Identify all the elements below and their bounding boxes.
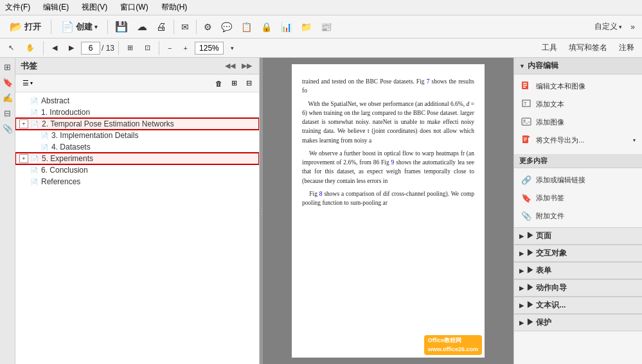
menu-view[interactable]: 视图(V) (79, 2, 110, 13)
pdf-area[interactable]: trained and tested on the BBC Pose datas… (263, 58, 513, 364)
watermark-line2: www.office26.com (428, 345, 478, 354)
add-image-label: 添加图像 (536, 117, 564, 127)
bm-references-label: References (41, 177, 80, 186)
menu-window[interactable]: 窗口(W) (118, 2, 150, 13)
content-editor-header[interactable]: ▼ 内容编辑 (514, 58, 642, 74)
cursor-tool-button[interactable]: ↖ (4, 40, 19, 56)
section-page-header[interactable]: ▶ ▶ 页面 (514, 227, 642, 245)
more-content-title: 更多内容 (519, 156, 548, 166)
nav-bar: ↖ ✋ ◀ ▶ 6 / 13 ⊞ ⊡ − + ▾ 工具 填写和签名 注释 (0, 39, 642, 58)
tool2-button[interactable]: 🔒 (258, 18, 275, 36)
bm-datasets[interactable]: 📄 4. Datasets (15, 141, 259, 153)
export-file-item[interactable]: 将文件导出为... ▾ (514, 131, 642, 149)
section-page-label: ▶ 页面 (526, 230, 551, 241)
tool1-button[interactable]: 📋 (238, 18, 255, 36)
section-forms-header[interactable]: ▶ ▶ 表单 (514, 262, 642, 279)
create-button[interactable]: 📄 创建 ▾ (55, 18, 103, 36)
folder-icon: 📂 (10, 21, 22, 33)
export-file-icon (521, 134, 532, 146)
nav-icon1-button[interactable]: ⊞ (123, 40, 138, 56)
bm-delete-button[interactable]: 🗑 (212, 78, 226, 89)
section-interactive-arrow: ▶ (519, 250, 524, 257)
comment-button[interactable]: 💬 (218, 18, 235, 36)
customize-button[interactable]: 自定义 ▾ (594, 21, 622, 32)
layers-icon: ⊟ (4, 108, 11, 118)
bm-experiments[interactable]: + 📄 5. Experiments (15, 153, 259, 164)
side-icon-bookmarks[interactable]: 🔖 (1, 76, 14, 89)
pan-tool-button[interactable]: ✋ (21, 40, 39, 56)
side-icon-pages[interactable]: ⊞ (1, 60, 14, 73)
tools-button[interactable]: 工具 (538, 41, 561, 55)
bm-impl[interactable]: 📄 3. Implementation Details (15, 130, 259, 141)
zoom-in-button[interactable]: + (179, 40, 192, 56)
zoom-dropdown-button[interactable]: ▾ (226, 40, 238, 56)
watermark-line1: Office教程网 (428, 336, 478, 345)
add-edit-link-label: 添加或编辑链接 (536, 175, 585, 185)
more-content-header[interactable]: 更多内容 (514, 154, 642, 168)
bm-tool2-button[interactable]: ⊟ (243, 77, 255, 89)
section-interactive-label: ▶ 交互对象 (526, 248, 567, 259)
attach-file-item[interactable]: 📎 附加文件 (514, 207, 642, 225)
panel-minimize-button[interactable]: ◀◀ (223, 61, 237, 71)
section-protect-header[interactable]: ▶ ▶ 保护 (514, 314, 642, 331)
add-bookmark-label: 添加书签 (536, 193, 564, 203)
bm-experiments-expand[interactable]: + (19, 154, 28, 163)
fill-sign-button[interactable]: 填写和签名 (565, 41, 611, 55)
next-page-button[interactable]: ▶ (64, 40, 78, 56)
tool3-button[interactable]: 📊 (278, 18, 295, 36)
menu-help[interactable]: 帮助(H) (159, 2, 190, 13)
export-file-label: 将文件导出为... (536, 135, 584, 145)
open-button[interactable]: 📂 打开 (4, 18, 47, 36)
section-actions-header[interactable]: ▶ ▶ 动作向导 (514, 279, 642, 297)
print-icon: 🖨 (156, 21, 166, 33)
panel-expand-button[interactable]: ▶▶ (240, 61, 254, 71)
right-panel: ▼ 内容编辑 编辑文本和图像 T 添加文本 添加图像 (513, 58, 642, 364)
side-icon-layers[interactable]: ⊟ (1, 107, 14, 119)
print-button[interactable]: 🖨 (153, 18, 170, 36)
prev-page-button[interactable]: ◀ (48, 40, 62, 56)
nav-sep-3 (159, 41, 159, 55)
add-image-item[interactable]: 添加图像 (514, 113, 642, 131)
sig-icon: ✍ (3, 93, 13, 103)
next-arrow-icon: ▶ (69, 44, 74, 52)
add-bookmark-item[interactable]: 🔖 添加书签 (514, 189, 642, 207)
zoom-dropdown-icon: ▾ (231, 45, 234, 51)
edit-text-image-item[interactable]: 编辑文本和图像 (514, 77, 642, 95)
nav-icon2-button[interactable]: ⊡ (140, 40, 155, 56)
separator-3 (174, 20, 174, 34)
comment-nav-button[interactable]: 注释 (615, 41, 638, 55)
add-text-item[interactable]: T 添加文本 (514, 95, 642, 113)
side-icon-attachments[interactable]: 📎 (1, 122, 14, 135)
upload-button[interactable]: ☁ (134, 18, 150, 36)
bm-temporal[interactable]: + 📄 2. Temporal Pose Estimation Networks (15, 118, 259, 130)
bm-references[interactable]: 📄 References (15, 176, 259, 187)
email-button[interactable]: ✉ (178, 18, 192, 36)
bm-page-icon-datasets: 📄 (40, 144, 49, 151)
main-area: ⊞ 🔖 ✍ ⊟ 📎 书签 ◀◀ ▶▶ ☰ ▾ (0, 58, 642, 364)
zoom-out-button[interactable]: − (163, 40, 176, 56)
page-current-input[interactable]: 6 (81, 42, 100, 55)
bm-abstract[interactable]: 📄 Abstract (15, 95, 259, 107)
bm-view-dropdown-button[interactable]: ☰ ▾ (19, 77, 36, 89)
section-text-rec-header[interactable]: ▶ ▶ 文本识... (514, 297, 642, 314)
bm-conclusion[interactable]: 📄 6. Conclusion (15, 164, 259, 176)
menu-edit[interactable]: 编辑(E) (40, 2, 71, 13)
save-button[interactable]: 💾 (112, 18, 131, 36)
toolbar-extra-button[interactable]: » (627, 18, 638, 36)
bm-intro[interactable]: 📄 1. Introduction (15, 107, 259, 118)
panel-controls: ◀◀ ▶▶ (223, 61, 254, 71)
tool4-button[interactable]: 📁 (298, 18, 315, 36)
menu-file[interactable]: 文件(F) (3, 2, 33, 13)
zoom-input[interactable] (195, 42, 224, 55)
side-icon-signatures[interactable]: ✍ (1, 91, 14, 104)
customize-label: 自定义 (594, 21, 618, 32)
bookmark-icon: 🔖 (521, 192, 532, 204)
section-interactive-header[interactable]: ▶ ▶ 交互对象 (514, 245, 642, 262)
bm-page-icon-intro: 📄 (30, 109, 39, 116)
tool5-button[interactable]: 📰 (317, 18, 335, 36)
bm-tool1-button[interactable]: ⊞ (228, 77, 240, 89)
left-side-icons: ⊞ 🔖 ✍ ⊟ 📎 (0, 58, 15, 364)
settings-button[interactable]: ⚙ (201, 18, 215, 36)
add-edit-link-item[interactable]: 🔗 添加或编辑链接 (514, 171, 642, 189)
bm-temporal-expand[interactable]: + (19, 119, 28, 128)
